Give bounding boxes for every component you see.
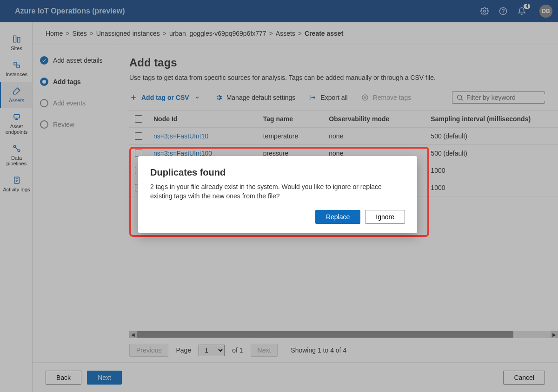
ignore-button[interactable]: Ignore bbox=[365, 210, 405, 224]
duplicates-modal: Duplicates found 2 tags in your file alr… bbox=[138, 156, 417, 233]
modal-body: 2 tags in your file already exist in the… bbox=[150, 183, 405, 201]
modal-title: Duplicates found bbox=[150, 167, 405, 178]
modal-actions: Replace Ignore bbox=[150, 210, 405, 224]
replace-button[interactable]: Replace bbox=[315, 210, 360, 224]
